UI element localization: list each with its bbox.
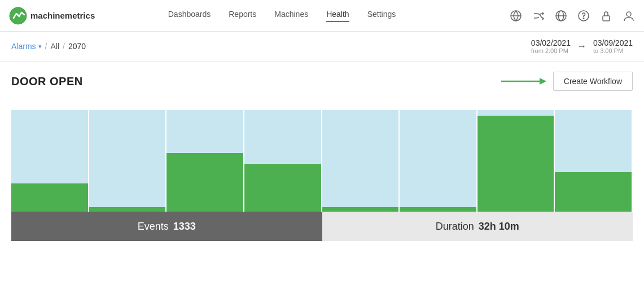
main-nav: Dashboards Reports Machines Health Setti…	[54, 10, 510, 22]
from-date: 03/02/2021	[531, 38, 571, 47]
events-value: 1333	[173, 221, 196, 233]
duration-label: Duration	[436, 221, 474, 233]
to-date: 03/09/2021	[593, 38, 633, 47]
nav-machines[interactable]: Machines	[274, 10, 308, 22]
chart-bar-group	[167, 99, 244, 212]
alarms-label: Alarms	[11, 42, 36, 51]
bar-background	[322, 110, 399, 212]
nav-settings[interactable]: Settings	[367, 10, 396, 22]
bar-foreground	[89, 207, 166, 212]
user-icon[interactable]	[623, 10, 635, 22]
bar-foreground	[11, 183, 88, 212]
globe-icon[interactable]	[555, 10, 567, 22]
chart-bar-group	[244, 99, 322, 212]
shuffle-icon[interactable]	[532, 10, 545, 22]
lock-icon[interactable]	[600, 10, 612, 22]
breadcrumb-sep2: /	[63, 42, 65, 51]
logo-icon	[9, 7, 27, 25]
from-time: from 2:00 PM	[531, 47, 568, 54]
bar-foreground	[322, 207, 399, 212]
svg-point-7	[583, 17, 584, 19]
header-icons	[510, 10, 635, 22]
nav-dashboards[interactable]: Dashboards	[168, 10, 211, 22]
chart-container	[11, 99, 633, 212]
create-workflow-button[interactable]: Create Workflow	[553, 72, 633, 91]
breadcrumb-all: All	[50, 42, 59, 51]
to-time: to 3:00 PM	[593, 47, 623, 54]
bar-foreground	[167, 153, 243, 212]
bar-background	[89, 110, 166, 212]
bar-foreground	[400, 207, 476, 212]
svg-marker-11	[540, 78, 546, 85]
chart-bar-group	[477, 99, 555, 212]
date-to: 03/09/2021 to 3:00 PM	[593, 38, 633, 54]
stat-duration: Duration 32h 10m	[322, 212, 633, 241]
alarms-dropdown-icon[interactable]: ▾	[38, 43, 42, 50]
date-range: 03/02/2021 from 2:00 PM → 03/09/2021 to …	[531, 38, 633, 54]
bar-foreground	[477, 116, 554, 212]
breadcrumb-bar: Alarms ▾ / All / 2070 03/02/2021 from 2:…	[0, 32, 644, 62]
svg-point-9	[627, 12, 631, 16]
nav-health[interactable]: Health	[326, 10, 349, 22]
stat-events: Events 1333	[11, 212, 322, 241]
help-icon[interactable]	[577, 10, 590, 22]
main-content: DOOR OPEN Create Workflow Events 1333 Du…	[0, 62, 644, 241]
bar-foreground	[244, 164, 321, 212]
connections-icon[interactable]	[510, 10, 522, 22]
duration-value: 32h 10m	[479, 221, 519, 233]
breadcrumb-count: 2070	[68, 42, 86, 51]
svg-rect-8	[603, 16, 610, 21]
green-arrow-icon	[501, 76, 546, 87]
nav-reports[interactable]: Reports	[229, 10, 256, 22]
bar-foreground	[555, 172, 632, 212]
chart-bar-group	[555, 99, 633, 212]
chart-bar-group	[400, 99, 477, 212]
breadcrumb-sep1: /	[45, 42, 47, 51]
section-title: DOOR OPEN	[11, 75, 83, 88]
breadcrumb-alarms[interactable]: Alarms ▾	[11, 42, 42, 51]
create-workflow-area: Create Workflow	[501, 72, 633, 91]
chart-bar-group	[89, 99, 167, 212]
bar-background	[400, 110, 476, 212]
events-label: Events	[138, 221, 169, 233]
header: machinemetrics Dashboards Reports Machin…	[0, 0, 644, 32]
chart-bar-group	[322, 99, 400, 212]
date-from: 03/02/2021 from 2:00 PM	[531, 38, 571, 54]
date-arrow-icon: →	[577, 41, 586, 51]
section-header: DOOR OPEN Create Workflow	[11, 72, 633, 91]
stats-bar: Events 1333 Duration 32h 10m	[11, 212, 633, 241]
chart-bar-group	[11, 99, 89, 212]
